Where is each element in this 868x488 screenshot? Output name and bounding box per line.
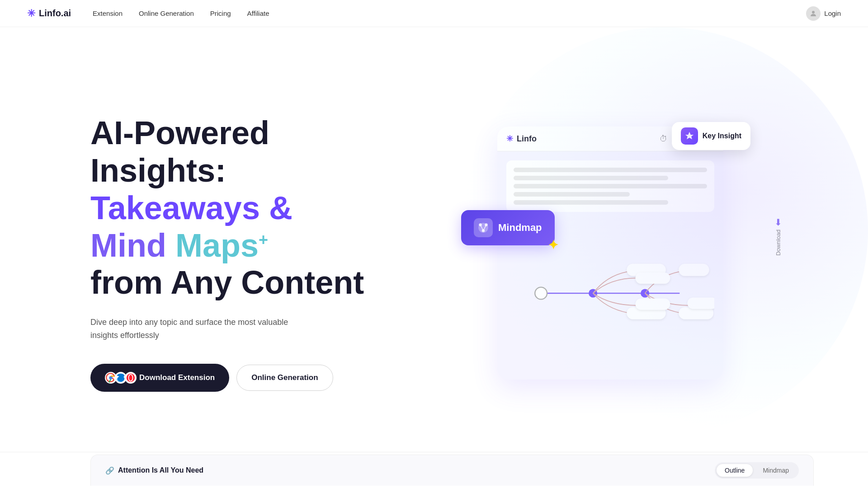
bottom-card: 🔗 Attention Is All You Need Outline Mind… [90, 455, 814, 486]
logo[interactable]: ✳ Linfo.ai [27, 8, 71, 19]
mindmap-diagram [506, 239, 714, 347]
svg-rect-15 [636, 272, 670, 284]
content-line-5 [514, 200, 668, 205]
mockup-logo: ✳ Linfo [506, 134, 537, 144]
title-from: from Any Content [90, 264, 364, 300]
key-insight-icon [681, 127, 698, 145]
browser-content: Mindmap ✦ [497, 151, 723, 357]
bottom-card-title-text: Attention Is All You Need [118, 466, 203, 474]
opera-icon [125, 372, 137, 384]
download-arrow-icon: ⬇ [774, 217, 782, 228]
hero-right: ✳ Linfo ⏱ ✕✕ ☰ ✕ Key Insight [407, 54, 814, 452]
hero-title: AI-Powered Insights: Takeaways & Mind Ma… [90, 114, 407, 301]
title-mindmaps: Mind [90, 227, 175, 263]
browser-icons [105, 372, 135, 384]
nav-links: Extension Online Generation Pricing Affi… [93, 9, 806, 17]
title-line2: Insights: [90, 152, 226, 188]
online-generation-label: Online Generation [251, 373, 318, 382]
svg-point-11 [535, 287, 547, 300]
avatar [806, 6, 821, 21]
download-float-label: Download [775, 230, 782, 256]
online-generation-button[interactable]: Online Generation [236, 365, 333, 391]
title-superscript: + [259, 230, 268, 249]
content-line-1 [514, 168, 707, 172]
hero-left: AI-Powered Insights: Takeaways & Mind Ma… [90, 114, 407, 392]
hero-buttons: Download Extension Online Generation [90, 364, 407, 392]
login-label: Login [824, 9, 841, 17]
history-icon[interactable]: ⏱ [660, 134, 668, 144]
nav-link-affiliate[interactable]: Affiliate [247, 9, 269, 17]
logo-text: Linfo.ai [39, 8, 71, 19]
sparkle-icon: ✦ [548, 238, 558, 253]
title-maps: Maps [175, 227, 259, 263]
nav-link-extension[interactable]: Extension [93, 9, 123, 17]
navbar: ✳ Linfo.ai Extension Online Generation P… [0, 0, 868, 27]
mindmap-badge[interactable]: Mindmap ✦ [461, 210, 555, 245]
mockup-star-icon: ✳ [506, 134, 513, 144]
nav-link-pricing[interactable]: Pricing [210, 9, 231, 17]
bottom-card-title: 🔗 Attention Is All You Need [105, 466, 203, 475]
login-button[interactable]: Login [806, 6, 841, 21]
download-float: ⬇ Download [774, 217, 782, 256]
svg-rect-20 [688, 298, 714, 309]
title-takeaways: Takeaways & [90, 190, 292, 226]
key-insight-badge: Key Insight [672, 122, 750, 150]
tab-mindmap[interactable]: Mindmap [755, 464, 797, 477]
svg-point-0 [812, 11, 815, 14]
bottom-section: 🔗 Attention Is All You Need Outline Mind… [0, 452, 868, 488]
content-line-4 [514, 192, 630, 197]
download-extension-label: Download Extension [139, 373, 215, 382]
content-line-2 [514, 176, 668, 180]
hero-section: AI-Powered Insights: Takeaways & Mind Ma… [0, 27, 868, 452]
download-extension-button[interactable]: Download Extension [90, 364, 229, 392]
tab-outline[interactable]: Outline [717, 464, 753, 477]
tab-group: Outline Mindmap [715, 462, 799, 479]
title-line1: AI-Powered [90, 115, 269, 151]
mindmap-label: Mindmap [498, 222, 542, 234]
nav-link-online-generation[interactable]: Online Generation [139, 9, 194, 17]
logo-star-icon: ✳ [27, 8, 35, 19]
mindmap-icon [474, 218, 493, 237]
hero-subtitle: Dive deep into any topic and surface the… [90, 316, 316, 342]
svg-rect-18 [679, 264, 709, 276]
browser-mockup: ✳ Linfo ⏱ ✕✕ ☰ ✕ Key Insight [497, 127, 723, 380]
svg-rect-17 [636, 299, 670, 310]
svg-rect-19 [679, 307, 713, 319]
mockup-logo-text: Linfo [517, 134, 537, 144]
content-lines [506, 160, 714, 212]
key-insight-label: Key Insight [703, 132, 741, 140]
link-icon: 🔗 [105, 466, 114, 475]
mindmap-svg [506, 239, 714, 347]
content-line-3 [514, 184, 707, 188]
